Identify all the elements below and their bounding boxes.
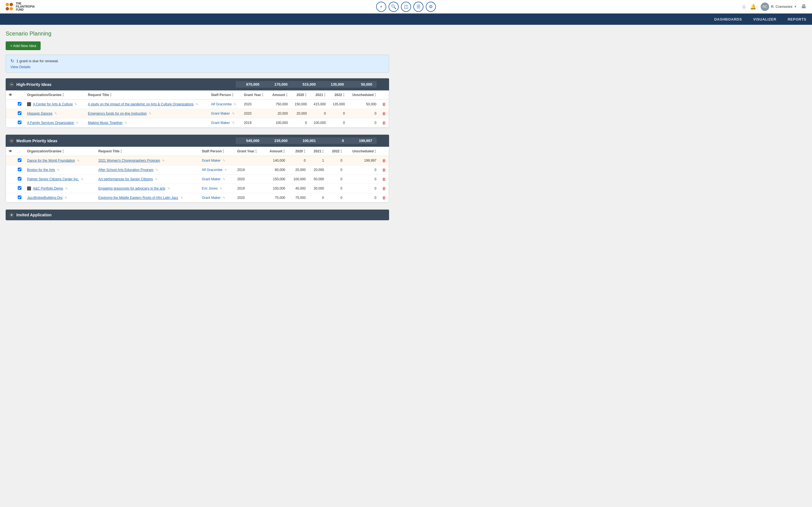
eye-icon[interactable]: 👁 <box>9 93 12 97</box>
delete-cell[interactable]: 🗑 <box>379 118 389 128</box>
checkbox-cell[interactable] <box>15 184 24 193</box>
request-link[interactable]: 2021 Women's Choreographers Program <box>98 159 160 163</box>
staff-edit-icon[interactable]: ✎ <box>223 177 225 181</box>
nav-reports-link[interactable]: REPORTS <box>788 17 806 21</box>
org-sort-icon[interactable]: ▲▼ <box>62 93 64 97</box>
2020-sort-icon[interactable]: ▲▼ <box>305 93 307 97</box>
row-checkbox[interactable] <box>18 195 21 199</box>
2021-sort-icon[interactable]: ▲▼ <box>324 93 326 97</box>
checkbox-cell[interactable] <box>15 165 24 175</box>
grid-nav-button[interactable]: ◫ <box>401 2 411 12</box>
org-edit-icon[interactable]: ✎ <box>77 159 80 162</box>
delete-cell[interactable]: 🗑 <box>379 175 389 184</box>
mp-org-sort-icon[interactable]: ▲▼ <box>62 149 64 154</box>
request-link[interactable]: Engaging grassroots for advocacy in the … <box>98 186 165 190</box>
request-link[interactable]: Art performances for Senior Citizens <box>98 177 153 181</box>
add-nav-button[interactable]: + <box>376 2 386 12</box>
org-edit-icon[interactable]: ✎ <box>81 177 84 181</box>
mp-2022-sort-icon[interactable]: ▲▼ <box>340 149 342 154</box>
settings-nav-button[interactable]: ⚙ <box>426 2 436 12</box>
view-details-link[interactable]: View Details <box>10 65 384 69</box>
row-checkbox[interactable] <box>18 111 21 115</box>
org-link[interactable]: A&C Portfolio Demo <box>33 186 63 190</box>
delete-icon[interactable]: 🗑 <box>382 177 386 181</box>
home-icon[interactable]: ⌂ <box>742 4 746 10</box>
staff-edit-icon[interactable]: ✎ <box>224 168 227 172</box>
org-link[interactable]: JazzBridgeBuilding.Org <box>27 196 62 200</box>
nav-dashboards-link[interactable]: DASHBOARDS <box>714 17 742 21</box>
request-edit-icon[interactable]: ✎ <box>167 187 170 190</box>
request-edit-icon[interactable]: ✎ <box>124 121 127 124</box>
org-edit-icon[interactable]: ✎ <box>57 168 59 172</box>
amount-sort-icon[interactable]: ▲▼ <box>286 93 288 97</box>
checkbox-cell[interactable] <box>15 193 24 203</box>
2022-sort-icon[interactable]: ▲▼ <box>343 93 345 97</box>
request-link[interactable]: Making Music Together <box>88 121 123 125</box>
mp-unscheduled-sort-icon[interactable]: ▲▼ <box>374 149 376 154</box>
request-sort-icon[interactable]: ▲▼ <box>110 93 112 97</box>
delete-cell[interactable]: 🗑 <box>379 109 389 118</box>
delete-cell[interactable]: 🗑 <box>379 193 389 203</box>
org-edit-icon[interactable]: ✎ <box>65 187 68 190</box>
request-link[interactable]: Exploring the Middle Eastern Roots of Af… <box>98 196 178 200</box>
user-menu[interactable]: RC R. Cremonini ▼ <box>761 3 797 11</box>
org-link[interactable]: Dance for the World Foundation <box>27 159 75 163</box>
org-edit-icon[interactable]: ✎ <box>75 103 77 106</box>
org-link[interactable]: A Center for Arts & Culture <box>33 102 73 106</box>
delete-icon[interactable]: 🗑 <box>382 186 386 191</box>
org-edit-icon[interactable]: ✎ <box>54 112 57 115</box>
delete-icon[interactable]: 🗑 <box>382 111 386 116</box>
request-edit-icon[interactable]: ✎ <box>156 168 158 172</box>
row-checkbox[interactable] <box>18 158 21 162</box>
request-link[interactable]: After School Arts Education Program <box>98 168 153 172</box>
add-new-idea-button[interactable]: + Add New Idea <box>6 41 41 50</box>
minus-icon-2[interactable]: − <box>9 138 14 144</box>
delete-cell[interactable]: 🗑 <box>379 184 389 193</box>
print-icon[interactable]: 🖶 <box>801 4 806 10</box>
staff-edit-icon[interactable]: ✎ <box>232 121 235 124</box>
org-link[interactable]: Hispanic Dances <box>27 112 52 115</box>
mp-amount-sort-icon[interactable]: ▲▼ <box>283 149 285 154</box>
staff-edit-icon[interactable]: ✎ <box>223 196 225 200</box>
checkbox-cell[interactable] <box>15 100 24 109</box>
mp-2021-sort-icon[interactable]: ▲▼ <box>322 149 324 154</box>
staff-sort-icon[interactable]: ▲▼ <box>232 93 234 97</box>
row-checkbox[interactable] <box>18 168 21 171</box>
row-checkbox[interactable] <box>18 102 21 106</box>
plus-icon-invited[interactable]: + <box>9 212 14 217</box>
staff-edit-icon[interactable]: ✎ <box>220 187 222 190</box>
mp-grantyear-sort-icon[interactable]: ▲▼ <box>255 149 257 154</box>
list-nav-button[interactable]: ☰ <box>413 2 423 12</box>
delete-icon[interactable]: 🗑 <box>382 102 386 107</box>
grantyear-sort-icon[interactable]: ▲▼ <box>262 93 264 97</box>
checkbox-cell[interactable] <box>15 118 24 128</box>
request-edit-icon[interactable]: ✎ <box>181 196 183 200</box>
mp-2020-sort-icon[interactable]: ▲▼ <box>303 149 306 154</box>
checkbox-cell[interactable] <box>15 109 24 118</box>
mp-request-sort-icon[interactable]: ▲▼ <box>120 149 122 154</box>
unscheduled-sort-icon[interactable]: ▲▼ <box>374 93 376 97</box>
row-checkbox[interactable] <box>18 186 21 190</box>
staff-edit-icon[interactable]: ✎ <box>223 159 225 162</box>
delete-cell[interactable]: 🗑 <box>379 165 389 175</box>
row-checkbox[interactable] <box>18 177 21 180</box>
org-edit-icon[interactable]: ✎ <box>76 121 79 124</box>
request-link[interactable]: A study on the impact of the pandemic on… <box>88 102 194 106</box>
staff-edit-icon[interactable]: ✎ <box>232 112 235 115</box>
request-edit-icon[interactable]: ✎ <box>155 177 158 181</box>
delete-cell[interactable]: 🗑 <box>379 156 389 165</box>
request-edit-icon[interactable]: ✎ <box>162 159 165 162</box>
eye-icon-2[interactable]: 👁 <box>9 149 12 153</box>
org-link[interactable]: A Family Services Organization <box>27 121 74 125</box>
delete-icon[interactable]: 🗑 <box>382 168 386 172</box>
checkbox-cell[interactable] <box>15 175 24 184</box>
staff-edit-icon[interactable]: ✎ <box>234 103 236 106</box>
delete-icon[interactable]: 🗑 <box>382 195 386 200</box>
bell-icon[interactable]: 🔔 <box>750 4 756 10</box>
delete-cell[interactable]: 🗑 <box>379 100 389 109</box>
nav-visualizer-link[interactable]: VISUALIZER <box>753 17 776 21</box>
request-edit-icon[interactable]: ✎ <box>149 112 151 115</box>
request-link[interactable]: Emergency funds for on-line Instruction <box>88 112 147 115</box>
org-edit-icon[interactable]: ✎ <box>64 196 67 200</box>
delete-icon[interactable]: 🗑 <box>382 158 386 163</box>
